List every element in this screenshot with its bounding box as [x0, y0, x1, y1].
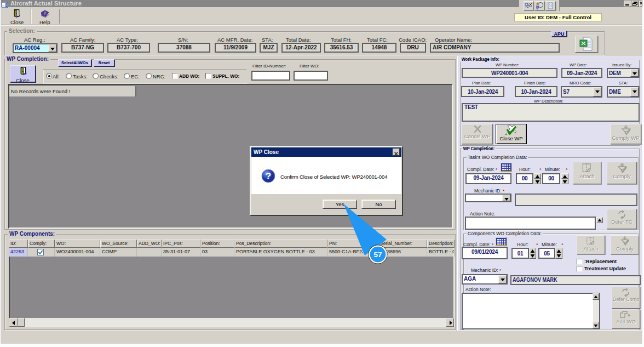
- svg-text:57: 57: [373, 251, 382, 259]
- svg-text:?: ?: [266, 171, 271, 181]
